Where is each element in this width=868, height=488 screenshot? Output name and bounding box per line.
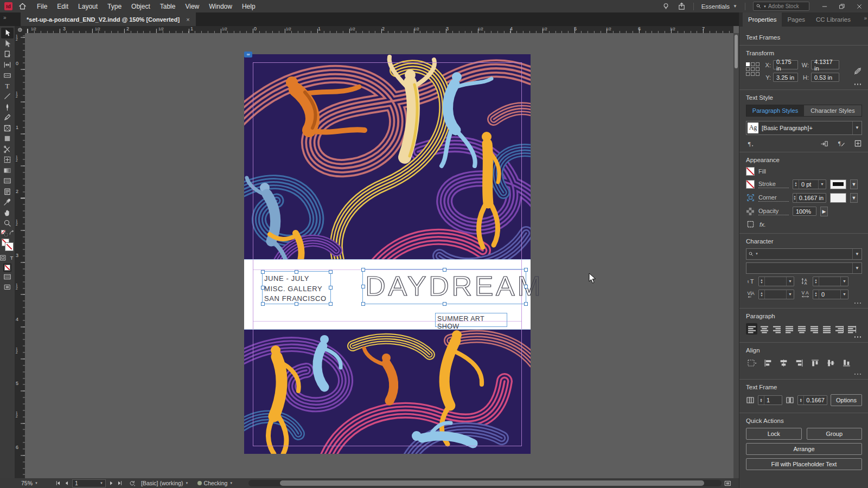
tool-page[interactable] [1,49,14,60]
learn-lightbulb-icon[interactable] [662,2,670,10]
linked-content-badge[interactable]: ∞ [244,52,252,57]
corner-radius-stepper[interactable]: ▲▼0.1667 in [793,193,826,203]
tool-line[interactable] [1,91,14,102]
y-field[interactable]: 3.25 in [773,73,798,82]
corner-shape-preview[interactable] [830,193,846,203]
selection-handle[interactable] [295,270,298,274]
paragraph-align-center-button[interactable] [758,323,770,335]
paragraph-style-dropdown[interactable]: Ag [Basic Paragraph]+ ▼ [746,121,862,135]
tool-note[interactable] [1,187,14,197]
stroke-weight-stepper[interactable]: ▲▼0 pt▼ [793,179,826,189]
reference-point-3[interactable] [746,67,750,71]
text-frame-options-button[interactable]: Options [831,394,862,406]
tool-pen[interactable] [1,102,14,113]
reference-point-1[interactable] [751,62,755,66]
apply-none-button[interactable] [3,264,11,272]
menu-item-window[interactable]: Window [204,3,237,10]
document-tab[interactable]: *set-up-a-postcard_END_V2.indd @ 150% [C… [21,12,196,26]
tool-color-theme[interactable] [1,197,14,208]
tool-free-transform[interactable] [1,155,14,165]
screen-mode-corner-icon[interactable] [724,480,731,487]
screen-mode-button[interactable] [1,282,14,293]
align-to-dropdown[interactable] [746,357,758,369]
leading-stepper[interactable]: ▲▼▼ [813,277,848,286]
paragraph-align-left-button[interactable] [746,323,757,335]
selection-handle[interactable] [329,302,333,306]
tool-pencil[interactable] [1,112,14,123]
corner-shape-dropdown[interactable]: ▼ [850,193,858,203]
reference-point-8[interactable] [756,72,760,76]
toolbar-expand-icon[interactable]: » [3,15,6,21]
paragraph-justify-left-button[interactable] [783,323,795,335]
document-canvas[interactable]: JUNE - JULY MISC. GALLERY SAN FRANCISCO … [25,33,733,478]
opacity-field[interactable]: 100% [793,207,816,216]
paragraph-align-right-button[interactable] [771,323,782,335]
preflight-profile[interactable]: [Basic] (working) [141,480,183,486]
paragraph-justify-center-button[interactable] [796,323,807,335]
tool-gap[interactable] [1,60,14,70]
text-frame-dates[interactable]: JUNE - JULY MISC. GALLERY SAN FRANCISCO [262,271,331,304]
stroke-label[interactable]: Stroke [758,181,789,188]
font-style-dropdown[interactable]: ▼ [746,262,862,274]
zoom-level-control[interactable]: 75% ▼ [18,480,52,486]
align-vcenter-button[interactable] [825,357,837,369]
tool-type[interactable]: T [1,81,14,92]
preflight-refresh-icon[interactable] [129,480,136,487]
selection-handle[interactable] [329,286,333,290]
text-frame-subtitle[interactable]: SUMMER ART SHOW [435,313,507,327]
page-number-field[interactable]: 1 ▼ [72,479,106,487]
paragraph-align-toward-spine-button[interactable] [833,323,845,335]
formatting-text-icon[interactable]: T [8,254,15,261]
close-button[interactable] [856,3,863,10]
font-size-stepper[interactable]: ▲▼▼ [758,277,794,286]
vertical-scrollbar[interactable] [733,33,739,478]
menu-item-type[interactable]: Type [103,3,126,10]
share-icon[interactable] [678,2,686,10]
selection-handle[interactable] [443,268,446,272]
pilcrow-icon[interactable]: ¶ [746,139,754,147]
next-page-button[interactable] [108,480,114,486]
selection-handle[interactable] [524,268,528,272]
fx-label[interactable]: fx. [760,221,766,228]
fill-swatch-none[interactable] [746,167,755,176]
tool-hand[interactable] [1,208,14,219]
stroke-style-preview[interactable] [830,179,846,189]
menu-item-edit[interactable]: Edit [52,3,73,10]
reference-point-4[interactable] [751,67,755,71]
selection-handle[interactable] [524,302,528,306]
previous-page-button[interactable] [63,480,70,486]
menu-item-help[interactable]: Help [237,3,260,10]
fill-placeholder-button[interactable]: Fill with Placeholder Text [746,458,862,470]
object-effects-icon[interactable] [746,220,755,229]
tool-content-collector[interactable] [1,70,14,81]
tab-cc-libraries[interactable]: CC Libraries [810,12,856,27]
tool-scissors[interactable] [1,144,14,155]
reference-point-5[interactable] [756,67,760,71]
group-button[interactable]: Group [807,428,863,440]
x-field[interactable]: 0.175 in [773,60,798,69]
transform-more-options[interactable] [746,84,861,85]
align-left-button[interactable] [762,357,774,369]
preflight-status[interactable]: Checking [204,480,228,486]
menu-item-file[interactable]: File [32,3,52,10]
horizontal-ruler[interactable]: 1/231/221/211/201/211/221/231/241/251/26… [25,26,733,33]
redefine-style-icon[interactable] [820,139,828,147]
selection-handle[interactable] [443,302,446,306]
workspace-switcher[interactable]: Essentials ▼ [701,3,737,10]
columns-stepper[interactable]: ▲▼1 [758,395,782,405]
character-more-options[interactable] [746,303,861,304]
tab-character-styles[interactable]: Character Styles [804,105,861,116]
align-bottom-button[interactable] [840,357,852,369]
artwork-bottom-illustration[interactable] [244,330,531,454]
align-right-button[interactable] [793,357,805,369]
arrange-button[interactable]: Arrange [746,443,862,455]
panel-collapse-icon[interactable]: » [864,15,866,21]
selection-handle[interactable] [524,285,528,288]
menu-item-view[interactable]: View [180,3,204,10]
constrain-proportions-icon[interactable] [853,67,862,75]
tool-gradient-feather[interactable] [1,176,14,187]
menu-item-table[interactable]: Table [155,3,181,10]
selection-handle[interactable] [361,268,365,272]
text-frame-title[interactable]: DAYDREAM [362,269,526,304]
minimize-button[interactable] [821,3,828,10]
